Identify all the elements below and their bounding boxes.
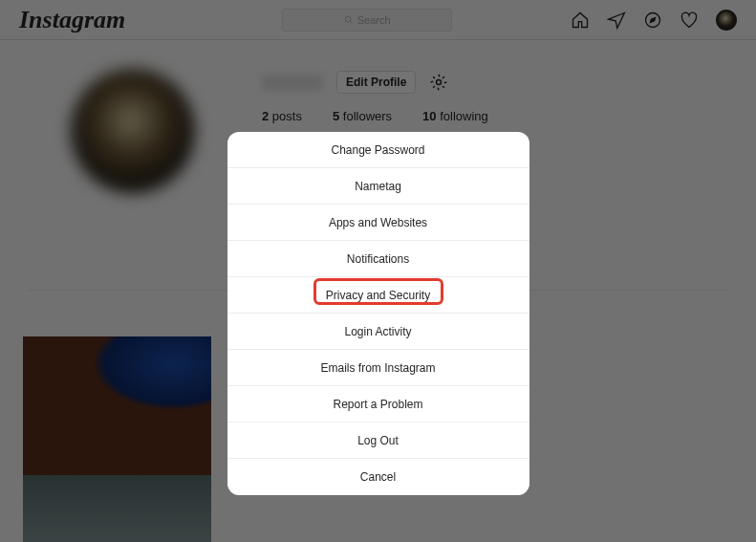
modal-item-report-problem[interactable]: Report a Problem [227, 386, 529, 423]
modal-item-change-password[interactable]: Change Password [227, 132, 529, 168]
modal-item-emails[interactable]: Emails from Instagram [227, 350, 529, 386]
modal-item-apps-websites[interactable]: Apps and Websites [227, 205, 529, 241]
modal-item-notifications[interactable]: Notifications [227, 241, 529, 277]
modal-item-nametag[interactable]: Nametag [227, 168, 529, 205]
modal-item-login-activity[interactable]: Login Activity [227, 314, 529, 350]
settings-modal: Change Password Nametag Apps and Website… [227, 132, 529, 495]
modal-item-log-out[interactable]: Log Out [227, 423, 529, 459]
modal-item-cancel[interactable]: Cancel [227, 459, 529, 495]
modal-item-privacy-security[interactable]: Privacy and Security [227, 277, 529, 314]
